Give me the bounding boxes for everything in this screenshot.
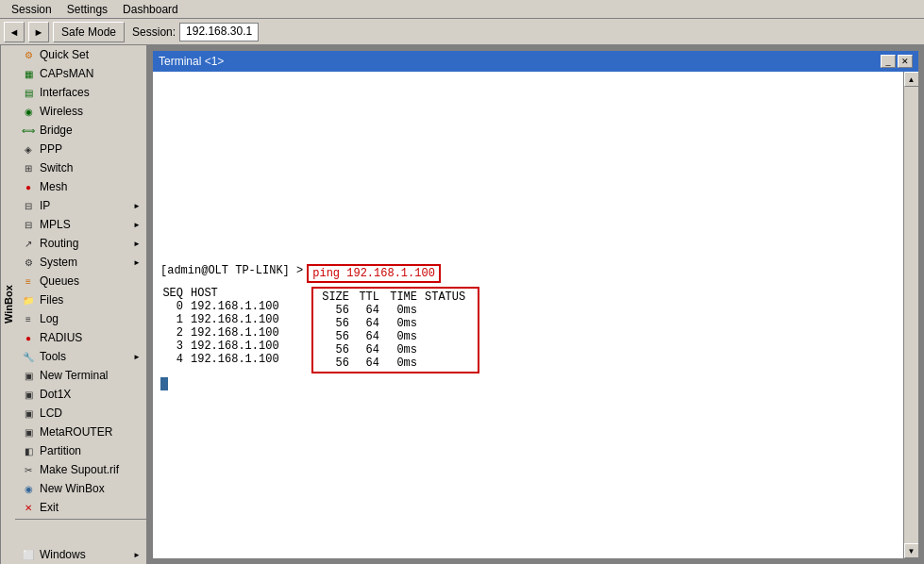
time-cell: 0ms	[387, 330, 417, 343]
sidebar-item-quick-set[interactable]: ⚙Quick Set	[15, 45, 146, 64]
new-terminal-icon: ▣	[21, 368, 36, 383]
col-seq-header: SEQ	[160, 287, 183, 300]
mesh-icon: ●	[21, 179, 36, 194]
host-cell: 192.168.1.100	[191, 353, 304, 366]
exit-label: Exit	[40, 501, 59, 514]
scroll-up-btn[interactable]: ▲	[904, 72, 919, 87]
windows-arrow: ►	[133, 551, 141, 559]
seq-host-header: SEQ HOST	[160, 287, 304, 300]
seq-cell: 2	[160, 326, 183, 340]
sidebar-item-lcd[interactable]: ▣LCD	[15, 404, 146, 423]
menu-settings[interactable]: Settings	[59, 1, 115, 18]
col-ttl-header: TTL	[357, 290, 379, 304]
winbox-tab[interactable]: WinBox	[0, 45, 15, 564]
time-cell: 0ms	[387, 343, 417, 357]
sidebar-item-mesh[interactable]: ●Mesh	[15, 177, 146, 196]
col-host-header: HOST	[191, 287, 304, 300]
sidebar-item-wireless[interactable]: ◉Wireless	[15, 102, 146, 121]
terminal-content[interactable]: [admin@OLT TP-LINK] > ping 192.168.1.100…	[153, 72, 903, 558]
menu-session[interactable]: Session	[4, 1, 59, 18]
interfaces-icon: ▤	[21, 85, 36, 100]
table-row: 0192.168.1.100	[160, 300, 304, 313]
terminal-scrollbar: ▲ ▼	[903, 72, 918, 558]
system-icon: ⚙	[21, 255, 36, 270]
sidebar-item-log[interactable]: ≡Log	[15, 309, 146, 328]
lcd-label: LCD	[40, 406, 62, 420]
terminal-title: Terminal <1>	[159, 55, 224, 68]
ip-label: IP	[40, 199, 50, 212]
content-area: Terminal <1> _ ✕ [admin@OLT TP-LINK] > p…	[147, 45, 924, 564]
sidebar-item-radius[interactable]: ●RADIUS	[15, 328, 146, 347]
system-arrow: ►	[133, 258, 141, 267]
sidebar-item-ppp[interactable]: ◈PPP	[15, 140, 146, 158]
mpls-icon: ⊟	[21, 217, 36, 232]
windows-icon: ⬜	[21, 547, 36, 562]
terminal-titlebar: Terminal <1> _ ✕	[153, 51, 918, 72]
scroll-down-btn[interactable]: ▼	[904, 543, 919, 558]
terminal-body: [admin@OLT TP-LINK] > ping 192.168.1.100…	[153, 72, 918, 558]
seq-cell: 1	[160, 313, 183, 326]
ttl-cell: 64	[357, 343, 379, 357]
terminal-minimize-btn[interactable]: _	[881, 55, 896, 68]
sidebar-item-dot1x[interactable]: ▣Dot1X	[15, 385, 146, 404]
switch-label: Switch	[40, 161, 73, 174]
mesh-label: Mesh	[40, 180, 67, 193]
sidebar-item-mpls[interactable]: ⊟MPLS►	[15, 215, 146, 234]
log-label: Log	[40, 312, 59, 325]
sidebar-item-new-winbox[interactable]: ◉New WinBox	[15, 479, 146, 498]
table-row: 2192.168.1.100	[160, 326, 304, 340]
ttl-cell: 64	[357, 317, 379, 330]
new-winbox-label: New WinBox	[40, 482, 105, 495]
routing-label: Routing	[40, 237, 78, 250]
sidebar-item-metarouter[interactable]: ▣MetaROUTER	[15, 423, 146, 441]
radius-icon: ●	[21, 330, 36, 345]
safe-mode-button[interactable]: Safe Mode	[53, 22, 125, 42]
menu-dashboard[interactable]: Dashboard	[115, 1, 186, 18]
queues-label: Queues	[40, 274, 79, 288]
bridge-label: Bridge	[40, 124, 73, 137]
host-cell: 192.168.1.100	[191, 326, 304, 340]
sidebar-item-ip[interactable]: ⊟IP►	[15, 196, 146, 215]
command-box: ping 192.168.1.100	[307, 264, 441, 283]
sidebar-item-capsman[interactable]: ▦CAPsMAN	[15, 64, 146, 83]
sidebar-item-interfaces[interactable]: ▤Interfaces	[15, 83, 146, 102]
size-cell: 56	[319, 343, 349, 357]
partition-label: Partition	[40, 444, 81, 457]
size-cell: 56	[319, 330, 349, 343]
sidebar-item-switch[interactable]: ⊞Switch	[15, 158, 146, 177]
table-row: 56640ms	[319, 330, 472, 343]
sidebar-item-partition[interactable]: ◧Partition	[15, 441, 146, 460]
log-icon: ≡	[21, 311, 36, 326]
sidebar-item-exit[interactable]: ✕Exit	[15, 498, 146, 517]
table-row: 4192.168.1.100	[160, 353, 304, 366]
sidebar-item-tools[interactable]: 🔧Tools►	[15, 347, 146, 366]
sidebar-item-routing[interactable]: ↗Routing►	[15, 234, 146, 253]
time-cell: 0ms	[387, 317, 417, 330]
table-row: 56640ms	[319, 317, 472, 330]
table-row: 56640ms	[319, 343, 472, 357]
sidebar-item-new-terminal[interactable]: ▣New Terminal	[15, 366, 146, 385]
capsman-icon: ▦	[21, 66, 36, 81]
tools-icon: 🔧	[21, 349, 36, 364]
sidebar-item-make-supout[interactable]: ✂Make Supout.rif	[15, 460, 146, 479]
new-terminal-label: New Terminal	[40, 369, 108, 382]
queues-icon: ≡	[21, 274, 36, 289]
status-cell	[425, 330, 472, 343]
tools-label: Tools	[40, 350, 66, 363]
sidebar-item-windows[interactable]: ⬜ Windows ►	[15, 545, 146, 564]
back-button[interactable]: ◄	[4, 22, 25, 42]
forward-button[interactable]: ►	[28, 22, 49, 42]
make-supout-icon: ✂	[21, 462, 36, 477]
prompt-text: [admin@OLT TP-LINK] >	[160, 264, 303, 277]
terminal-close-btn[interactable]: ✕	[898, 55, 913, 68]
bridge-icon: ⟺	[21, 123, 36, 138]
sidebar-item-queues[interactable]: ≡Queues	[15, 272, 146, 290]
wireless-label: Wireless	[40, 105, 83, 118]
seq-host-table: SEQ HOST 0192.168.1.1001192.168.1.100219…	[160, 287, 304, 373]
sidebar-item-bridge[interactable]: ⟺Bridge	[15, 121, 146, 140]
table-row: 3192.168.1.100	[160, 340, 304, 353]
sidebar-item-files[interactable]: 📁Files	[15, 290, 146, 309]
sidebar-item-system[interactable]: ⚙System►	[15, 253, 146, 272]
cursor-block	[160, 377, 168, 390]
menubar: Session Settings Dashboard	[0, 0, 924, 19]
